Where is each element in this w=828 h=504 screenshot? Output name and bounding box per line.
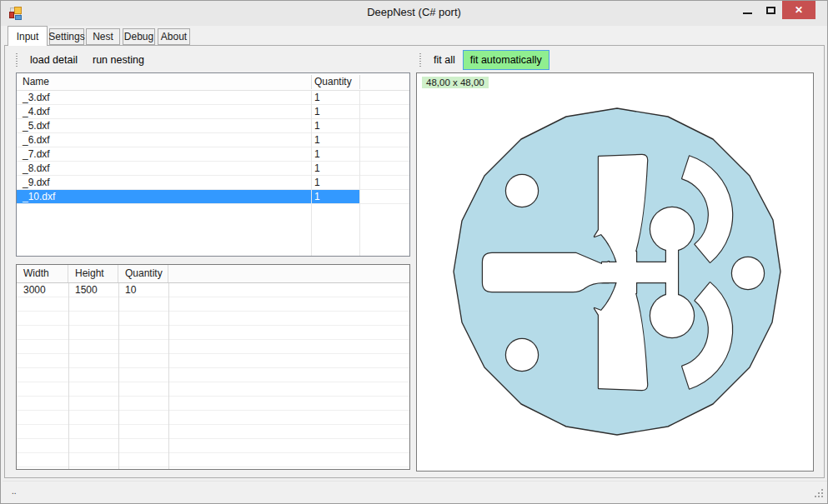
list-item[interactable]: _7.dxf1 (17, 147, 409, 162)
right-toolbar: fit all fit automatically (416, 49, 814, 71)
list-item[interactable]: _4.dxf1 (17, 105, 409, 119)
list-item[interactable]: _6.dxf1 (17, 133, 409, 147)
column-gridline (168, 283, 169, 469)
column-gridline (359, 91, 360, 256)
minimize-button[interactable] (735, 1, 759, 19)
close-button[interactable]: ✕ (782, 1, 815, 19)
resize-grip-icon[interactable] (815, 489, 825, 499)
load-detail-button[interactable]: load detail (23, 50, 85, 70)
left-toolbar: load detail run nesting (13, 49, 410, 71)
cell-width[interactable]: 3000 (17, 283, 68, 297)
part-preview-drawing (417, 73, 815, 472)
toolbar-grip-icon[interactable] (419, 53, 421, 67)
column-header-height[interactable]: Height (68, 265, 118, 282)
window-title: DeepNest (C# port) (1, 6, 827, 18)
close-icon: ✕ (795, 4, 803, 16)
tab-nest[interactable]: Nest (86, 28, 120, 45)
toolbar-grip-icon[interactable] (16, 53, 18, 67)
column-gridline (118, 283, 119, 469)
status-bar: .. (3, 481, 827, 502)
header-divider[interactable] (311, 75, 312, 89)
column-gridline (311, 91, 312, 256)
part-size-label: 48,00 x 48,00 (422, 77, 489, 88)
list-item[interactable]: _9.dxf1 (17, 176, 409, 190)
sheets-grid-header: Width Height Quantity (17, 265, 409, 283)
fit-automatically-button[interactable]: fit automatically (463, 50, 549, 70)
header-divider[interactable] (359, 75, 360, 89)
fit-all-button[interactable]: fit all (426, 50, 463, 70)
maximize-icon (766, 7, 775, 14)
column-header-quantity[interactable]: Quantity (118, 265, 168, 282)
column-header-quantity[interactable]: Quantity (314, 76, 352, 87)
app-window: DeepNest (C# port) ✕ Input Settings Nest… (0, 0, 828, 504)
status-text: .. (12, 487, 17, 496)
cell-height[interactable]: 1500 (68, 283, 118, 297)
minimize-icon (743, 12, 752, 14)
parts-list: Name Quantity _3.dxf1 _4.dxf1 _5.dxf1 _6… (16, 72, 410, 257)
list-item[interactable]: _3.dxf1 (17, 91, 409, 105)
maximize-button[interactable] (759, 1, 782, 19)
cell-quantity[interactable]: 10 (118, 283, 168, 297)
parts-list-header: Name Quantity (17, 73, 409, 91)
list-item[interactable]: _8.dxf1 (17, 162, 409, 176)
tab-input[interactable]: Input (8, 26, 48, 46)
list-item-selected[interactable]: _10.dxf1 (17, 190, 409, 204)
tab-about[interactable]: About (158, 28, 190, 45)
sheets-grid: Width Height Quantity 3000 1500 10 (16, 264, 410, 470)
grid-lines (17, 283, 409, 469)
tab-settings[interactable]: Settings (49, 28, 84, 45)
preview-canvas[interactable]: 48,00 x 48,00 (416, 72, 814, 472)
column-gridline (68, 283, 69, 469)
title-bar[interactable]: DeepNest (C# port) ✕ (1, 1, 827, 26)
run-nesting-button[interactable]: run nesting (85, 50, 152, 70)
column-header-name[interactable]: Name (23, 76, 49, 87)
column-header-width[interactable]: Width (17, 265, 68, 282)
tab-debug[interactable]: Debug (123, 28, 155, 45)
list-item[interactable]: _5.dxf1 (17, 119, 409, 133)
